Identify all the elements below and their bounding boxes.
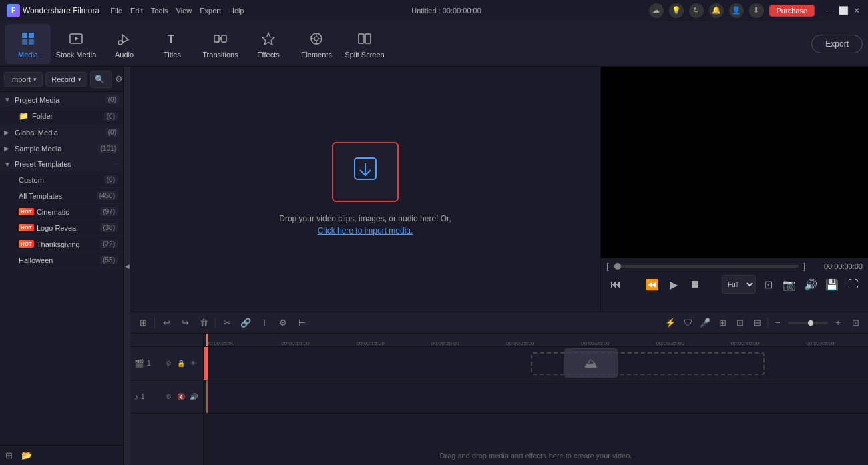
preview-handle[interactable] bbox=[614, 263, 621, 270]
zoom-in-button[interactable]: + bbox=[831, 316, 845, 330]
tree-item-sample-media[interactable]: ▶ Sample Media (101) bbox=[0, 141, 123, 157]
play-button[interactable]: ▶ bbox=[664, 275, 683, 294]
merge-button[interactable]: ⊞ bbox=[715, 316, 730, 330]
video-track-label: 1 bbox=[147, 360, 160, 367]
cloud-icon[interactable]: ☁ bbox=[649, 3, 664, 18]
download-icon[interactable]: ⬇ bbox=[749, 3, 764, 18]
motion-button[interactable]: ⊡ bbox=[732, 316, 747, 330]
audio-track-volume[interactable]: 🔊 bbox=[188, 392, 199, 402]
shield-button[interactable]: 🛡 bbox=[680, 316, 695, 330]
menu-view[interactable]: View bbox=[176, 7, 192, 15]
add-media-icon[interactable]: ⊞ bbox=[5, 450, 16, 461]
menu-help[interactable]: Help bbox=[229, 7, 244, 15]
left-panel: Import ▾ Record ▾ 🔍 ⚙ ⊞ ▼ P bbox=[0, 67, 124, 465]
collapse-panel-button[interactable]: ◀ bbox=[124, 67, 130, 465]
svg-marker-5 bbox=[75, 37, 79, 41]
filter-icon[interactable]: ⚙ bbox=[115, 74, 123, 84]
mic-button[interactable]: 🎤 bbox=[698, 316, 712, 330]
split-button[interactable]: ⊢ bbox=[294, 316, 309, 330]
video-track-settings[interactable]: ⚙ bbox=[163, 358, 174, 369]
tool-transitions[interactable]: Transitions bbox=[198, 24, 243, 64]
refresh-icon[interactable]: ↻ bbox=[689, 3, 704, 18]
import-button[interactable]: Import ▾ bbox=[4, 72, 43, 87]
zoom-select[interactable]: Full 75% 50% 25% bbox=[722, 275, 756, 294]
drop-box[interactable] bbox=[332, 142, 399, 202]
out-point-button[interactable]: ] bbox=[803, 261, 805, 271]
text-button[interactable]: T bbox=[257, 316, 272, 330]
zoom-out-button[interactable]: − bbox=[771, 316, 785, 330]
export-button[interactable]: Export bbox=[811, 35, 863, 53]
main-content: Import ▾ Record ▾ 🔍 ⚙ ⊞ ▼ P bbox=[0, 67, 868, 465]
tool-stock-media[interactable]: Stock Media bbox=[53, 24, 99, 64]
tool-effects[interactable]: Effects bbox=[246, 24, 291, 64]
svg-rect-3 bbox=[29, 39, 34, 45]
menu-items: File Edit Tools View Export Help bbox=[110, 7, 244, 15]
screenshot-button[interactable]: 📷 bbox=[780, 275, 799, 294]
menu-file[interactable]: File bbox=[110, 7, 122, 15]
tool-split-screen[interactable]: Split Screen bbox=[342, 24, 387, 64]
tree-item-custom[interactable]: Custom (0) bbox=[13, 172, 123, 188]
svg-point-6 bbox=[118, 41, 122, 45]
step-back-button[interactable]: ⏪ bbox=[643, 275, 662, 294]
ruler-mark-3: 00:00:20:00 bbox=[431, 340, 459, 346]
undo-button[interactable]: ↩ bbox=[159, 316, 174, 330]
save-frame-button[interactable]: 💾 bbox=[823, 275, 841, 294]
audio-track-mute[interactable]: 🔇 bbox=[176, 392, 186, 402]
fit-timeline-button[interactable]: ⊡ bbox=[848, 316, 863, 330]
fit-window-button[interactable]: ⊡ bbox=[758, 275, 777, 294]
global-media-label: Global Media bbox=[15, 129, 105, 137]
close-button[interactable]: ✕ bbox=[852, 6, 861, 15]
volume-button[interactable]: 🔊 bbox=[801, 275, 820, 294]
tree-item-all-templates[interactable]: All Templates (450) bbox=[13, 188, 123, 204]
video-track-lock[interactable]: 🔒 bbox=[176, 358, 186, 369]
folder-icon: 📁 bbox=[19, 111, 29, 121]
audio-track-settings[interactable]: ⚙ bbox=[163, 392, 174, 402]
timeline-area: ⊞ ↩ ↪ 🗑 ✂ 🔗 T ⚙ ⊢ ⚡ 🛡 🎤 ⊞ ⊡ ⊟ bbox=[130, 312, 868, 465]
in-point-button[interactable]: [ bbox=[606, 261, 609, 271]
crop-button[interactable]: ⊟ bbox=[750, 316, 765, 330]
tree-item-folder[interactable]: 📁 Folder (0) bbox=[13, 108, 123, 125]
menu-edit[interactable]: Edit bbox=[130, 7, 143, 15]
menu-export[interactable]: Export bbox=[200, 7, 221, 15]
cut-button[interactable]: ✂ bbox=[220, 316, 234, 330]
tree-item-global-media[interactable]: ▶ Global Media (0) bbox=[0, 125, 123, 141]
tl-divider-3 bbox=[767, 318, 768, 328]
sample-media-label: Sample Media bbox=[15, 145, 98, 153]
unlink-button[interactable]: 🔗 bbox=[238, 316, 253, 330]
tree-item-preset-templates[interactable]: ▼ Preset Templates bbox=[0, 157, 123, 172]
maximize-button[interactable]: ⬜ bbox=[839, 6, 848, 15]
record-button[interactable]: Record ▾ bbox=[45, 72, 87, 87]
bell-icon[interactable]: 🔔 bbox=[709, 3, 724, 18]
drop-link[interactable]: Click here to import media. bbox=[318, 225, 413, 237]
folder-add-icon[interactable]: 📂 bbox=[21, 450, 32, 461]
tool-audio[interactable]: Audio bbox=[101, 24, 147, 64]
tool-media[interactable]: Media bbox=[5, 24, 51, 64]
tool-titles[interactable]: T Titles bbox=[150, 24, 195, 64]
menu-tools[interactable]: Tools bbox=[151, 7, 168, 15]
audio-playhead bbox=[206, 380, 208, 413]
tree-item-project-media[interactable]: ▼ Project Media (0) bbox=[0, 92, 123, 108]
tree-item-cinematic[interactable]: HOT Cinematic (97) bbox=[13, 204, 123, 220]
tree-item-halloween[interactable]: Halloween (55) bbox=[13, 252, 123, 268]
tool-elements[interactable]: Elements bbox=[294, 24, 339, 64]
fullscreen-button[interactable]: ⛶ bbox=[844, 275, 863, 294]
skip-back-button[interactable]: ⏮ bbox=[606, 275, 625, 294]
redo-button[interactable]: ↪ bbox=[178, 316, 192, 330]
timeline-right-controls: ⚡ 🛡 🎤 ⊞ ⊡ ⊟ − + ⊡ bbox=[663, 316, 863, 330]
tree-item-logo-reveal[interactable]: HOT Logo Reveal (38) bbox=[13, 220, 123, 236]
lightbulb-icon[interactable]: 💡 bbox=[669, 3, 684, 18]
preview-slider[interactable] bbox=[613, 265, 799, 268]
zoom-slider[interactable] bbox=[788, 322, 828, 324]
ai-button[interactable]: ⚡ bbox=[663, 316, 678, 330]
purchase-button[interactable]: Purchase bbox=[769, 5, 815, 17]
video-track-visible[interactable]: 👁 bbox=[188, 358, 199, 369]
minimize-button[interactable]: — bbox=[825, 6, 835, 15]
title-bar: F Wondershare Filmora File Edit Tools Vi… bbox=[0, 0, 868, 21]
delete-button[interactable]: 🗑 bbox=[196, 316, 211, 330]
user-avatar[interactable]: 👤 bbox=[729, 3, 744, 18]
timeline-add-button[interactable]: ⊞ bbox=[136, 316, 150, 330]
stop-button[interactable]: ⏹ bbox=[686, 275, 704, 294]
record-label: Record bbox=[51, 75, 75, 83]
tree-item-thanksgiving[interactable]: HOT Thanksgiving (22) bbox=[13, 236, 123, 252]
adjust-button[interactable]: ⚙ bbox=[276, 316, 290, 330]
